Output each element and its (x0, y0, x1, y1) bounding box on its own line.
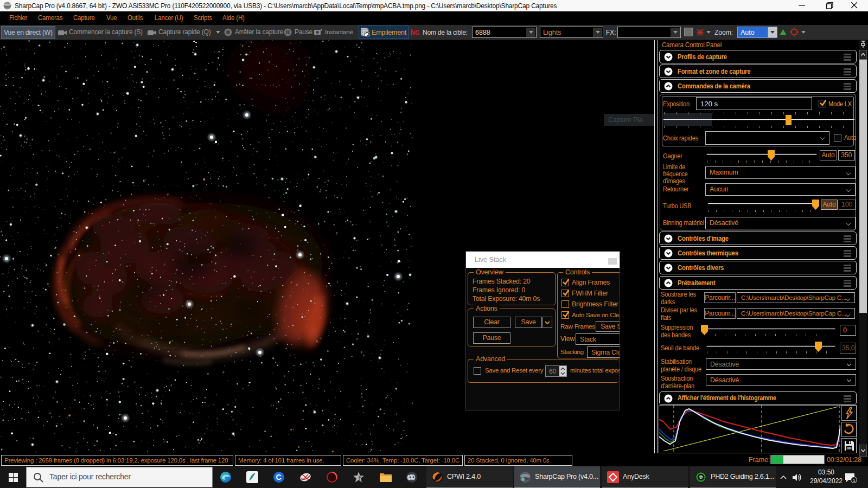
svg-text:1: 1 (853, 478, 856, 483)
svg-text:PHD: PHD (699, 476, 706, 479)
svg-text:C: C (276, 473, 282, 481)
svg-text:NG: NG (411, 29, 419, 36)
